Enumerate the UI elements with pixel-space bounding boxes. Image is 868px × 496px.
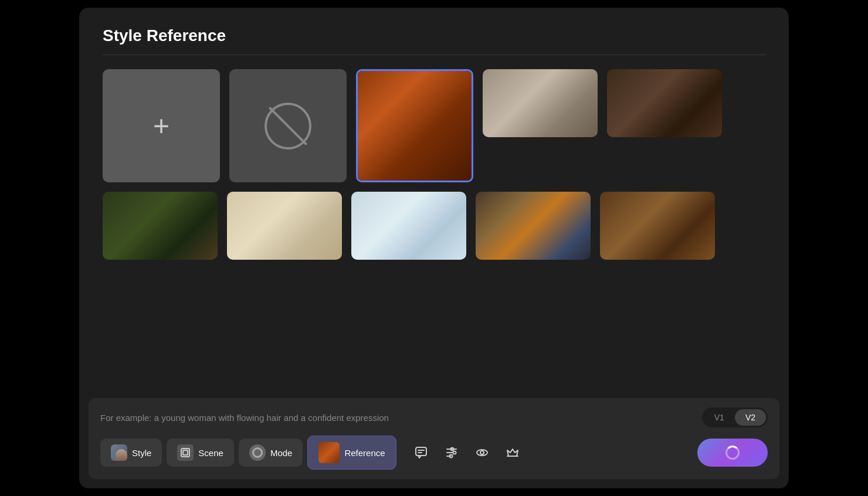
image-cell-room2[interactable] xyxy=(483,69,598,137)
style-tab-label: Style xyxy=(132,448,151,458)
plus-icon: + xyxy=(153,112,169,140)
room-image-6 xyxy=(351,192,466,260)
tab-reference-button[interactable]: Reference xyxy=(307,436,396,470)
toolbar-icons xyxy=(408,440,525,466)
no-style-button[interactable] xyxy=(229,69,347,182)
main-container: Style Reference + xyxy=(79,8,789,488)
room-image-2 xyxy=(483,69,598,137)
svg-point-5 xyxy=(453,451,456,454)
ref-image-thumb xyxy=(318,442,340,463)
none-circle-icon xyxy=(265,103,311,150)
room-image-3 xyxy=(607,69,722,137)
comment-icon-button[interactable] xyxy=(408,440,434,466)
room-image-4 xyxy=(103,192,218,260)
settings-icon-button[interactable] xyxy=(439,440,464,466)
room-image-7 xyxy=(476,192,591,260)
toolbar-row: Style Scene Mode xyxy=(100,436,768,470)
eye-icon xyxy=(475,446,489,460)
tab-scene-button[interactable]: Scene xyxy=(167,439,234,467)
mode-tab-label: Mode xyxy=(270,448,293,458)
version-v2-button[interactable]: V2 xyxy=(735,409,766,426)
tab-style-button[interactable]: Style xyxy=(100,439,162,467)
crown-icon xyxy=(506,446,520,460)
svg-rect-2 xyxy=(416,447,426,456)
mode-tab-icon xyxy=(249,444,266,461)
generate-spinner xyxy=(725,446,740,460)
bottom-bar: For example: a young woman with flowing … xyxy=(89,398,779,479)
scene-tab-icon xyxy=(177,444,194,461)
svg-point-9 xyxy=(480,451,484,454)
eye-icon-button[interactable] xyxy=(469,440,495,466)
add-image-button[interactable]: + xyxy=(103,69,220,182)
prompt-placeholder-text: For example: a young woman with flowing … xyxy=(100,413,389,423)
version-v1-button[interactable]: V1 xyxy=(704,409,735,426)
room-image-5 xyxy=(227,192,342,260)
prompt-row: For example: a young woman with flowing … xyxy=(100,407,768,427)
style-tab-icon xyxy=(111,444,127,461)
panel-divider xyxy=(103,55,765,55)
image-row-1: + xyxy=(103,69,765,182)
mode-circle-icon xyxy=(252,447,263,458)
image-cell-room8[interactable] xyxy=(600,192,715,260)
image-cell-room3[interactable] xyxy=(607,69,722,137)
reference-tab-label: Reference xyxy=(344,448,385,458)
panel-title: Style Reference xyxy=(103,26,765,45)
image-cell-room6[interactable] xyxy=(351,192,466,260)
settings-icon xyxy=(445,446,459,460)
image-cell-room4[interactable] xyxy=(103,192,218,260)
image-cell-room1[interactable] xyxy=(356,69,473,182)
image-cell-room5[interactable] xyxy=(227,192,342,260)
room-image-8 xyxy=(600,192,715,260)
generate-button[interactable] xyxy=(697,439,768,467)
image-cell-room7[interactable] xyxy=(476,192,591,260)
image-grid: + xyxy=(103,69,765,260)
scene-square-icon xyxy=(180,447,191,458)
scene-tab-label: Scene xyxy=(198,448,223,458)
room-image-1 xyxy=(358,71,472,181)
style-avatar xyxy=(111,444,127,461)
image-row-2 xyxy=(103,192,765,260)
tab-mode-button[interactable]: Mode xyxy=(239,439,303,467)
crown-icon-button[interactable] xyxy=(500,440,525,466)
avatar-figure xyxy=(116,449,127,461)
style-reference-panel: Style Reference + xyxy=(79,8,789,398)
version-toggle: V1 V2 xyxy=(702,407,768,427)
comment-icon xyxy=(414,446,428,460)
svg-rect-1 xyxy=(183,450,188,455)
reference-tab-icon xyxy=(318,442,340,463)
